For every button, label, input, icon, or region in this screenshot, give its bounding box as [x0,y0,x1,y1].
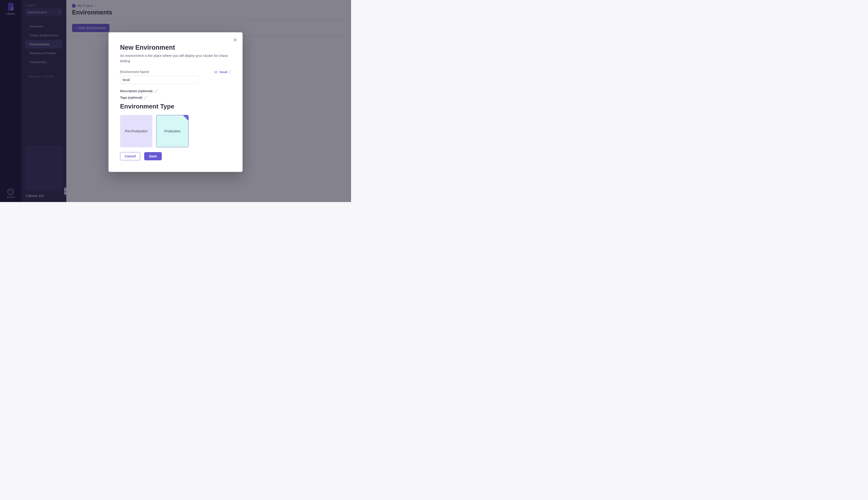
close-icon[interactable]: ✕ [233,38,237,43]
environment-name-label: Environment Name [120,70,149,74]
card-label: Production [164,129,181,133]
modal-title: New Environment [120,44,231,52]
edit-description-icon [154,90,157,93]
new-environment-modal: ✕ New Environment An environment is the … [108,32,242,172]
env-type-pre-production[interactable]: Pre-Production [120,115,152,147]
modal-subtitle: An environment is the place where you wi… [120,53,231,64]
environment-id-display: Id : local [214,70,231,74]
save-button[interactable]: Save [144,152,162,160]
id-prefix: Id : [214,70,220,74]
edit-id-icon[interactable] [228,70,231,73]
cancel-button[interactable]: Cancel [120,152,140,160]
description-toggle[interactable]: Description (optional) [120,89,231,93]
env-type-production[interactable]: ✓ Production [156,115,189,147]
environment-type-heading: Environment Type [120,103,231,110]
check-icon: ✓ [185,115,187,118]
environment-name-input[interactable] [120,76,199,84]
edit-tags-icon [144,96,147,99]
description-label: Description (optional) [120,89,152,93]
tags-toggle[interactable]: Tags (optional) [120,96,231,99]
card-label: Pre-Production [125,129,147,133]
id-value: local [220,70,227,74]
tags-label: Tags (optional) [120,96,142,99]
